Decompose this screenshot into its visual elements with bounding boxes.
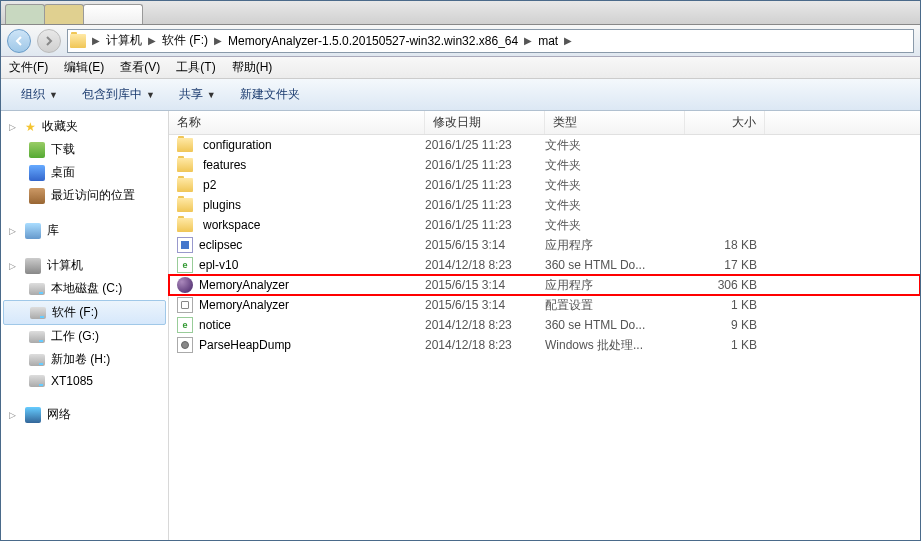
exe-icon <box>177 237 193 253</box>
tab[interactable] <box>44 4 84 24</box>
file-type: 360 se HTML Do... <box>545 258 685 272</box>
sidebar-item-desktop[interactable]: 桌面 <box>1 161 168 184</box>
file-type: 应用程序 <box>545 237 685 254</box>
sidebar-drive-g[interactable]: 工作 (G:) <box>1 325 168 348</box>
download-icon <box>29 142 45 158</box>
sidebar-favorites[interactable]: ★收藏夹 <box>1 115 168 138</box>
library-icon <box>25 223 41 239</box>
file-size: 1 KB <box>685 298 765 312</box>
chevron-right-icon[interactable]: ▶ <box>562 35 574 46</box>
recent-icon <box>29 188 45 204</box>
chevron-right-icon[interactable]: ▶ <box>522 35 534 46</box>
menu-view[interactable]: 查看(V) <box>120 59 160 76</box>
file-name: MemoryAnalyzer <box>199 298 289 312</box>
toolbar: 组织▼ 包含到库中▼ 共享▼ 新建文件夹 <box>1 79 920 111</box>
column-type[interactable]: 类型 <box>545 111 685 134</box>
file-row[interactable]: eepl-v102014/12/18 8:23360 se HTML Do...… <box>169 255 920 275</box>
file-type: 应用程序 <box>545 277 685 294</box>
menu-file[interactable]: 文件(F) <box>9 59 48 76</box>
file-row[interactable]: MemoryAnalyzer2015/6/15 3:14配置设置1 KB <box>169 295 920 315</box>
sidebar-drive-xt1085[interactable]: XT1085 <box>1 371 168 391</box>
file-date: 2014/12/18 8:23 <box>425 338 545 352</box>
file-type: 配置设置 <box>545 297 685 314</box>
back-button[interactable] <box>7 29 31 53</box>
file-date: 2016/1/25 11:23 <box>425 218 545 232</box>
file-type: 文件夹 <box>545 137 685 154</box>
file-date: 2016/1/25 11:23 <box>425 138 545 152</box>
menu-help[interactable]: 帮助(H) <box>232 59 273 76</box>
file-date: 2015/6/15 3:14 <box>425 298 545 312</box>
file-date: 2016/1/25 11:23 <box>425 178 545 192</box>
menu-tools[interactable]: 工具(T) <box>176 59 215 76</box>
html-icon: e <box>177 257 193 273</box>
chevron-right-icon[interactable]: ▶ <box>90 35 102 46</box>
organize-button[interactable]: 组织▼ <box>11 82 68 107</box>
file-row[interactable]: workspace2016/1/25 11:23文件夹 <box>169 215 920 235</box>
chevron-down-icon: ▼ <box>49 90 58 100</box>
file-row[interactable]: p22016/1/25 11:23文件夹 <box>169 175 920 195</box>
file-list: 名称 修改日期 类型 大小 configuration2016/1/25 11:… <box>169 111 920 540</box>
file-name: workspace <box>203 218 260 232</box>
sidebar-libraries[interactable]: 库 <box>1 219 168 242</box>
file-size: 17 KB <box>685 258 765 272</box>
file-row[interactable]: ParseHeapDump2014/12/18 8:23Windows 批处理.… <box>169 335 920 355</box>
file-date: 2015/6/15 3:14 <box>425 278 545 292</box>
tab[interactable] <box>5 4 45 24</box>
column-size[interactable]: 大小 <box>685 111 765 134</box>
drive-icon <box>29 283 45 295</box>
column-headers: 名称 修改日期 类型 大小 <box>169 111 920 135</box>
sidebar: ★收藏夹 下载 桌面 最近访问的位置 库 计算机 本地磁盘 (C:) 软件 (F… <box>1 111 169 540</box>
file-row[interactable]: configuration2016/1/25 11:23文件夹 <box>169 135 920 155</box>
file-name: epl-v10 <box>199 258 238 272</box>
drive-icon <box>29 331 45 343</box>
chevron-down-icon: ▼ <box>207 90 216 100</box>
sidebar-item-recent[interactable]: 最近访问的位置 <box>1 184 168 207</box>
file-name: features <box>203 158 246 172</box>
share-button[interactable]: 共享▼ <box>169 82 226 107</box>
network-icon <box>25 407 41 423</box>
breadcrumb-segment[interactable]: MemoryAnalyzer-1.5.0.20150527-win32.win3… <box>224 30 522 52</box>
new-folder-button[interactable]: 新建文件夹 <box>230 82 310 107</box>
folder-icon <box>70 34 86 48</box>
nav-bar: ▶ 计算机 ▶ 软件 (F:) ▶ MemoryAnalyzer-1.5.0.2… <box>1 25 920 57</box>
sidebar-item-downloads[interactable]: 下载 <box>1 138 168 161</box>
drive-icon <box>30 307 46 319</box>
file-type: 文件夹 <box>545 217 685 234</box>
column-date[interactable]: 修改日期 <box>425 111 545 134</box>
sidebar-drive-h[interactable]: 新加卷 (H:) <box>1 348 168 371</box>
tab-active[interactable] <box>83 4 143 24</box>
sidebar-drive-f[interactable]: 软件 (F:) <box>3 300 166 325</box>
breadcrumb-segment[interactable]: mat <box>534 30 562 52</box>
window-tabs <box>1 1 920 25</box>
forward-button[interactable] <box>37 29 61 53</box>
file-date: 2014/12/18 8:23 <box>425 318 545 332</box>
file-name: configuration <box>203 138 272 152</box>
file-row[interactable]: eclipsec2015/6/15 3:14应用程序18 KB <box>169 235 920 255</box>
include-in-library-button[interactable]: 包含到库中▼ <box>72 82 165 107</box>
file-name: MemoryAnalyzer <box>199 278 289 292</box>
chevron-right-icon[interactable]: ▶ <box>146 35 158 46</box>
file-name: plugins <box>203 198 241 212</box>
menu-edit[interactable]: 编辑(E) <box>64 59 104 76</box>
sidebar-drive-c[interactable]: 本地磁盘 (C:) <box>1 277 168 300</box>
file-date: 2016/1/25 11:23 <box>425 158 545 172</box>
breadcrumb-segment[interactable]: 计算机 <box>102 30 146 52</box>
chevron-right-icon[interactable]: ▶ <box>212 35 224 46</box>
breadcrumb-segment[interactable]: 软件 (F:) <box>158 30 212 52</box>
file-size: 306 KB <box>685 278 765 292</box>
star-icon: ★ <box>25 120 36 134</box>
sidebar-computer[interactable]: 计算机 <box>1 254 168 277</box>
folder-icon <box>177 158 193 172</box>
file-row[interactable]: plugins2016/1/25 11:23文件夹 <box>169 195 920 215</box>
file-row[interactable]: features2016/1/25 11:23文件夹 <box>169 155 920 175</box>
file-type: 文件夹 <box>545 157 685 174</box>
eclipse-icon <box>177 277 193 293</box>
computer-icon <box>25 258 41 274</box>
folder-icon <box>177 198 193 212</box>
address-bar[interactable]: ▶ 计算机 ▶ 软件 (F:) ▶ MemoryAnalyzer-1.5.0.2… <box>67 29 914 53</box>
file-row[interactable]: enotice2014/12/18 8:23360 se HTML Do...9… <box>169 315 920 335</box>
file-row[interactable]: MemoryAnalyzer2015/6/15 3:14应用程序306 KB <box>169 275 920 295</box>
sidebar-network[interactable]: 网络 <box>1 403 168 426</box>
column-name[interactable]: 名称 <box>169 111 425 134</box>
folder-icon <box>177 178 193 192</box>
